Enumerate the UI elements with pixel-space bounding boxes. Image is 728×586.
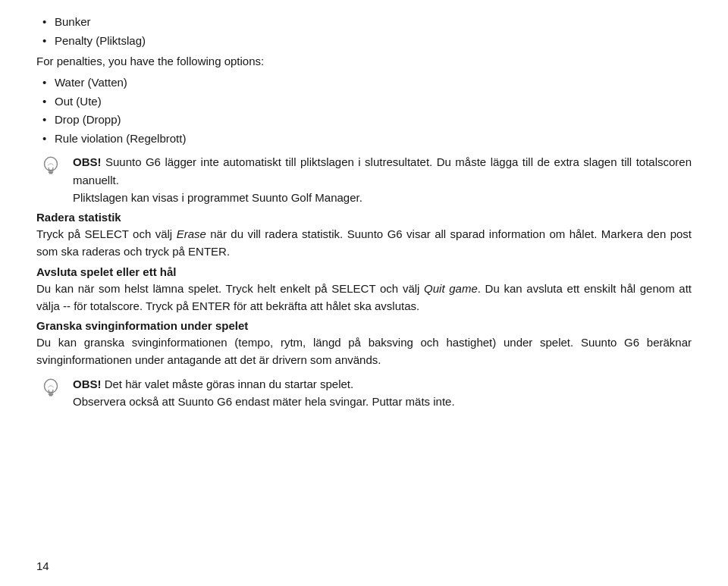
- obs2-text1: Det här valet måste göras innan du start…: [102, 378, 354, 390]
- obs1-text: OBS! Suunto G6 lägger inte automatiskt t…: [73, 153, 692, 206]
- obs2-label: OBS!: [73, 378, 102, 390]
- avsluta-para: Du kan när som helst lämna spelet. Tryck…: [36, 280, 692, 315]
- page: Bunker Penalty (Pliktslag) For penalties…: [0, 0, 728, 586]
- list-item: Out (Ute): [36, 93, 692, 111]
- avsluta-text1: Du kan när som helst lämna spelet. Tryck…: [36, 282, 424, 295]
- avsluta-heading: Avsluta spelet eller ett hål: [36, 265, 692, 278]
- obs2-text: OBS! Det här valet måste göras innan du …: [73, 375, 692, 411]
- list-item: Bunker: [36, 14, 692, 31]
- list-item: Drop (Dropp): [36, 111, 692, 129]
- lightbulb-icon-2: [36, 377, 65, 403]
- granska-heading: Granska svinginformation under spelet: [36, 319, 692, 332]
- granska-para: Du kan granska svinginformationen (tempo…: [36, 334, 692, 369]
- svg-rect-3: [49, 173, 53, 174]
- svg-rect-2: [49, 171, 54, 173]
- list-item: Water (Vatten): [36, 74, 692, 92]
- list-item: Rule violation (Regelbrott): [36, 130, 692, 148]
- obs1-text1: Suunto G6 lägger inte automatiskt till p…: [73, 155, 692, 186]
- radera-para: Tryck på SELECT och välj Erase när du vi…: [36, 225, 692, 261]
- svg-rect-5: [49, 391, 54, 393]
- top-bullet-list: Bunker Penalty (Pliktslag): [36, 14, 692, 49]
- list-item: Penalty (Pliktslag): [36, 33, 692, 50]
- penalty-bullet-list: Water (Vatten) Out (Ute) Drop (Dropp) Ru…: [36, 74, 692, 147]
- obs1-label: OBS!: [73, 155, 102, 168]
- radera-italic1: Erase: [177, 227, 206, 240]
- avsluta-italic: Quit game: [424, 282, 478, 295]
- obs1-text2: Pliktslagen kan visas i programmet Suunt…: [73, 191, 362, 204]
- penalties-intro: For penalties, you have the following op…: [36, 52, 692, 70]
- obs-block-1: OBS! Suunto G6 lägger inte automatiskt t…: [36, 153, 692, 206]
- obs2-text2: Observera också att Suunto G6 endast mät…: [73, 395, 455, 408]
- svg-rect-6: [49, 393, 54, 395]
- lightbulb-icon: [36, 155, 65, 180]
- svg-rect-7: [49, 395, 53, 396]
- radera-heading: Radera statistik: [36, 211, 692, 224]
- radera-text1: Tryck på SELECT och välj: [36, 227, 177, 240]
- svg-rect-1: [49, 170, 54, 171]
- obs-block-2: OBS! Det här valet måste göras innan du …: [36, 375, 692, 411]
- page-number: 14: [36, 559, 49, 572]
